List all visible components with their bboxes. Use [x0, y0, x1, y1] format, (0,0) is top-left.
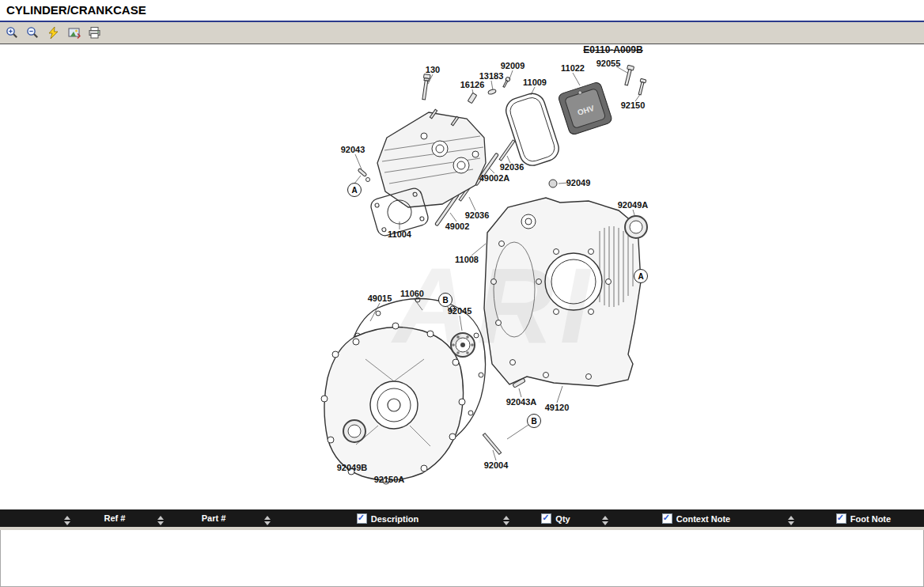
column-label: Part # — [202, 513, 226, 523]
rocker-gasket-shape — [503, 90, 562, 169]
qty-column-checkbox[interactable] — [541, 513, 551, 524]
part-label[interactable]: 92036 — [500, 162, 524, 172]
header-actions-spacer — [0, 509, 55, 527]
description-column-checkbox[interactable] — [357, 513, 367, 524]
column-header-ref[interactable]: Ref # — [79, 509, 150, 527]
pan-icon[interactable] — [65, 24, 83, 42]
table-header-row: Ref # Part # Description Qty Context Not… — [0, 509, 924, 527]
part-label[interactable]: 92036 — [465, 210, 490, 220]
foot-note-column-checkbox[interactable] — [836, 513, 846, 524]
callout-b: B — [527, 414, 541, 428]
part-label[interactable]: 92049B — [337, 463, 368, 472]
part-label[interactable]: 92150 — [621, 100, 646, 110]
zoom-in-icon[interactable] — [3, 24, 21, 42]
part-label[interactable]: 92150A — [374, 475, 405, 484]
part-label[interactable]: 130 — [426, 65, 440, 74]
lightning-icon[interactable] — [44, 24, 62, 42]
part-label[interactable]: 92049 — [566, 178, 591, 187]
part-label[interactable]: 92009 — [501, 61, 525, 70]
sort-icon[interactable] — [503, 516, 509, 525]
sort-icon[interactable] — [157, 516, 164, 525]
sort-description[interactable] — [257, 509, 277, 527]
bottom-filler — [0, 527, 924, 530]
sort-icon[interactable] — [264, 516, 271, 525]
part-label[interactable]: 92049A — [618, 200, 649, 210]
column-header-description[interactable]: Description — [277, 509, 498, 527]
part-label[interactable]: 92055 — [596, 59, 621, 68]
parts-table: Ref # Part # Description Qty Context Not… — [0, 509, 924, 527]
callout-a: A — [347, 183, 362, 197]
toolbar — [0, 22, 924, 44]
sort-foot-note[interactable] — [779, 509, 803, 527]
sort-ref[interactable] — [55, 509, 79, 527]
app-window: CYLINDER/CRANKCASE — [0, 0, 924, 587]
part-label[interactable]: 49015 — [368, 294, 392, 303]
column-header-foot-note[interactable]: Foot Note — [803, 509, 924, 527]
part-label[interactable]: 11009 — [523, 78, 547, 87]
part-label[interactable]: 16126 — [460, 80, 485, 89]
print-icon[interactable] — [85, 24, 104, 42]
part-label[interactable]: 92045 — [448, 306, 472, 316]
sort-icon[interactable] — [788, 516, 794, 525]
part-label[interactable]: 49002A — [479, 173, 510, 183]
rocker-cover-shape: OHV — [558, 81, 613, 136]
diagram-code: E0110-A009B — [583, 44, 642, 55]
callout-b: B — [438, 293, 453, 307]
part-label[interactable]: 11004 — [388, 229, 411, 239]
column-label: Description — [371, 514, 419, 524]
column-label: Ref # — [104, 513, 126, 523]
sort-context-note[interactable] — [597, 509, 613, 527]
sort-icon[interactable] — [602, 516, 608, 525]
sort-part[interactable] — [150, 509, 170, 527]
context-note-column-checkbox[interactable] — [662, 513, 672, 524]
part-label[interactable]: 11022 — [561, 63, 585, 73]
part-label[interactable]: 49120 — [545, 403, 570, 412]
callout-a: A — [634, 269, 648, 283]
part-label[interactable]: 11060 — [400, 289, 424, 298]
column-header-part[interactable]: Part # — [170, 509, 257, 527]
part-label[interactable]: 92043A — [506, 397, 537, 407]
column-header-qty[interactable]: Qty — [514, 509, 597, 527]
column-label: Qty — [555, 514, 570, 524]
diagram-canvas: OHV — [0, 44, 924, 509]
sort-icon[interactable] — [64, 516, 70, 525]
watermark: ARI — [393, 244, 596, 367]
column-header-context-note[interactable]: Context Note — [613, 509, 779, 527]
cylinder-head-shape — [377, 109, 486, 207]
column-label: Context Note — [676, 514, 730, 524]
part-label[interactable]: 11008 — [455, 255, 479, 264]
part-label[interactable]: 49002 — [445, 222, 470, 231]
part-label[interactable]: 92043 — [341, 145, 365, 154]
zoom-out-icon[interactable] — [24, 24, 42, 42]
sort-qty[interactable] — [498, 509, 514, 527]
column-label: Foot Note — [850, 514, 891, 524]
part-label[interactable]: 92004 — [484, 460, 509, 470]
page-title: CYLINDER/CRANKCASE — [0, 0, 924, 22]
